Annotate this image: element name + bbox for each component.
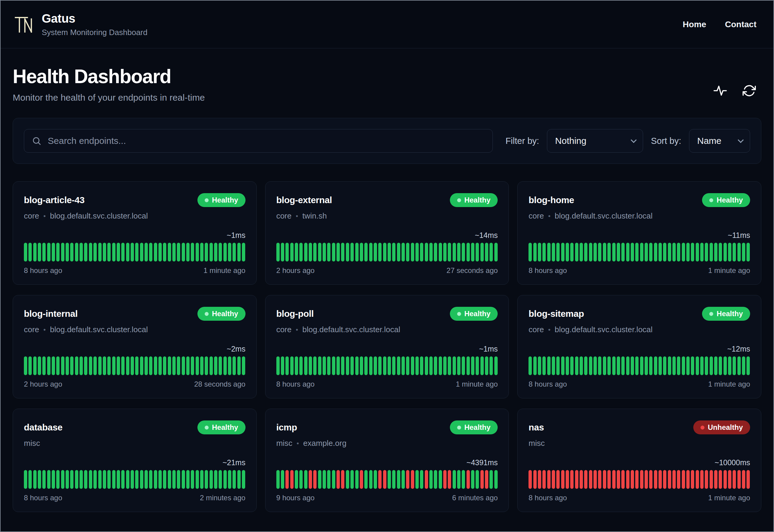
sort-select[interactable]: Name bbox=[689, 129, 750, 153]
uptime-bar-ok bbox=[107, 243, 111, 261]
uptime-bar-ok bbox=[635, 356, 639, 375]
newest-time: 1 minute ago bbox=[708, 494, 750, 502]
uptime-bar-ok bbox=[182, 243, 185, 261]
endpoint-meta: core • blog.default.svc.cluster.local bbox=[24, 325, 246, 334]
uptime-bar-ok bbox=[121, 356, 125, 375]
search-input[interactable] bbox=[24, 129, 493, 153]
uptime-bar-ok bbox=[117, 356, 120, 375]
uptime-bar-ok bbox=[24, 243, 27, 261]
uptime-bar-ok bbox=[131, 243, 134, 261]
endpoint-card[interactable]: blog-home Healthy core • blog.default.sv… bbox=[517, 181, 761, 285]
uptime-bar-ok bbox=[233, 470, 236, 489]
endpoint-group: misc bbox=[528, 439, 545, 448]
uptime-bar-ok bbox=[649, 243, 652, 261]
uptime-bar-ok bbox=[66, 356, 69, 375]
uptime-bar-fail bbox=[383, 470, 386, 489]
status-dot-icon bbox=[205, 198, 209, 202]
uptime-bar-ok bbox=[337, 243, 340, 261]
uptime-bar-fail bbox=[378, 470, 382, 489]
uptime-bar-ok bbox=[575, 243, 578, 261]
endpoint-card[interactable]: blog-poll Healthy core • blog.default.sv… bbox=[265, 295, 509, 398]
uptime-bar-ok bbox=[93, 356, 97, 375]
uptime-bar-ok bbox=[388, 356, 391, 375]
uptime-bar-ok bbox=[158, 470, 162, 489]
uptime-bar-ok bbox=[677, 243, 680, 261]
uptime-bar-ok bbox=[242, 470, 245, 489]
uptime-bar-fail bbox=[728, 470, 731, 489]
uptime-bar-fail bbox=[645, 470, 648, 489]
nav-link-contact[interactable]: Contact bbox=[725, 20, 756, 29]
endpoint-card[interactable]: blog-external Healthy core • twin.sh ~14… bbox=[265, 181, 509, 285]
page-head: Health Dashboard Monitor the health of y… bbox=[13, 65, 761, 103]
status-label: Healthy bbox=[212, 196, 238, 204]
uptime-bar-ok bbox=[528, 356, 532, 375]
uptime-bar-ok bbox=[24, 356, 27, 375]
uptime-bar-ok bbox=[355, 470, 359, 489]
uptime-bar-ok bbox=[494, 470, 498, 489]
latency-label: ~11ms bbox=[528, 231, 750, 240]
uptime-bar-fail bbox=[607, 470, 611, 489]
uptime-bar-ok bbox=[612, 356, 616, 375]
uptime-bar-ok bbox=[186, 470, 190, 489]
uptime-bar-fail bbox=[580, 470, 583, 489]
uptime-bar-ok bbox=[570, 356, 574, 375]
uptime-bar-ok bbox=[323, 243, 326, 261]
uptime-bar-ok bbox=[607, 243, 611, 261]
uptime-bar-ok bbox=[200, 470, 203, 489]
endpoint-card[interactable]: icmp Healthy misc • example.org ~4391ms … bbox=[265, 409, 509, 512]
uptime-bar-ok bbox=[158, 243, 162, 261]
uptime-bar-ok bbox=[323, 356, 326, 375]
status-badge: Healthy bbox=[450, 193, 498, 207]
status-dot-icon bbox=[457, 426, 461, 430]
uptime-bar-ok bbox=[402, 243, 405, 261]
endpoint-host: blog.default.svc.cluster.local bbox=[555, 325, 653, 334]
uptime-bar-ok bbox=[304, 243, 307, 261]
uptime-bar-ok bbox=[631, 356, 634, 375]
uptime-bar-ok bbox=[140, 243, 143, 261]
uptime-bar-fail bbox=[309, 470, 312, 489]
uptime-bar-ok bbox=[556, 356, 560, 375]
uptime-bar-ok bbox=[42, 356, 46, 375]
uptime-bar-fail bbox=[612, 470, 616, 489]
card-head: blog-poll Healthy bbox=[276, 307, 498, 321]
endpoint-card[interactable]: blog-article-43 Healthy core • blog.defa… bbox=[13, 181, 257, 285]
uptime-bar-ok bbox=[397, 243, 400, 261]
uptime-bar-ok bbox=[223, 470, 227, 489]
uptime-bar-ok bbox=[733, 356, 736, 375]
uptime-bar-ok bbox=[663, 356, 666, 375]
uptime-bar-ok bbox=[70, 470, 73, 489]
endpoint-card[interactable]: database Healthy misc ~21ms 8 hours ago … bbox=[13, 409, 257, 512]
endpoint-card[interactable]: blog-internal Healthy core • blog.defaul… bbox=[13, 295, 257, 398]
uptime-bar-ok bbox=[397, 470, 400, 489]
endpoint-card[interactable]: blog-sitemap Healthy core • blog.default… bbox=[517, 295, 761, 398]
uptime-bar-ok bbox=[299, 243, 303, 261]
uptime-bar-ok bbox=[126, 356, 129, 375]
endpoint-card[interactable]: nas Unhealthy misc ~10000ms 8 hours ago … bbox=[517, 409, 761, 512]
uptime-bar-fail bbox=[626, 470, 629, 489]
latency-label: ~1ms bbox=[276, 345, 498, 353]
oldest-time: 8 hours ago bbox=[276, 380, 315, 388]
uptime-bar-ok bbox=[84, 243, 87, 261]
card-head: blog-internal Healthy bbox=[24, 307, 246, 321]
uptime-bar-ok bbox=[547, 243, 551, 261]
chevron-down-icon bbox=[738, 137, 744, 143]
app-title: Gatus bbox=[42, 12, 148, 25]
uptime-bar-fail bbox=[561, 470, 564, 489]
uptime-bar-ok bbox=[191, 356, 194, 375]
uptime-bars bbox=[528, 356, 750, 375]
uptime-bar-ok bbox=[341, 243, 344, 261]
uptime-bar-ok bbox=[489, 243, 493, 261]
uptime-bar-ok bbox=[313, 356, 317, 375]
uptime-bar-ok bbox=[66, 243, 69, 261]
activity-pulse-icon[interactable] bbox=[714, 84, 727, 97]
endpoint-host: example.org bbox=[303, 439, 346, 448]
uptime-bar-ok bbox=[89, 470, 92, 489]
uptime-bar-fail bbox=[672, 470, 676, 489]
nav-link-home[interactable]: Home bbox=[683, 20, 706, 29]
status-badge: Healthy bbox=[197, 193, 246, 207]
uptime-bar-ok bbox=[453, 356, 456, 375]
refresh-icon[interactable] bbox=[743, 84, 756, 97]
newest-time: 1 minute ago bbox=[456, 380, 498, 388]
filter-select[interactable]: Nothing bbox=[547, 129, 643, 153]
uptime-bar-ok bbox=[594, 243, 597, 261]
